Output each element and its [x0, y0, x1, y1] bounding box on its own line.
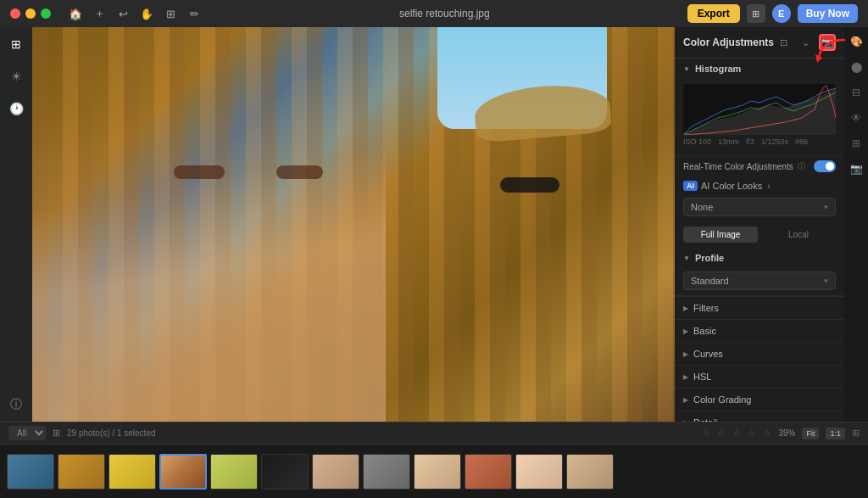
ai-chevron-icon: › — [767, 182, 770, 191]
titlebar-right: Export ⊞ E Buy Now — [687, 4, 858, 23]
toggle-knob — [826, 162, 834, 171]
side-dot-icon[interactable]: ⬤ — [847, 58, 865, 76]
sidebar-info-icon[interactable]: ⓘ — [6, 394, 26, 415]
fit-button[interactable]: Fit — [802, 428, 819, 439]
thumb-7[interactable] — [363, 454, 410, 490]
thumb-0[interactable] — [7, 454, 54, 490]
curves-label: Curves — [693, 349, 723, 359]
sidebar-photos-icon[interactable]: ⊞ — [6, 34, 26, 54]
thumb-10[interactable] — [515, 454, 563, 490]
color-grading-arrow-icon: ▶ — [683, 396, 688, 404]
histogram-section: ▼ Histogram — [675, 59, 844, 156]
histogram-chart — [683, 84, 836, 135]
tab-local[interactable]: Local — [761, 227, 836, 243]
close-button[interactable] — [10, 8, 20, 19]
profile-select[interactable]: Standard ▾ — [683, 271, 836, 290]
all-select[interactable]: All — [8, 426, 46, 440]
profile-section: ▼ Profile Standard ▾ — [675, 248, 844, 296]
grid-icon[interactable]: ⊞ — [852, 428, 860, 439]
bottom-bar: All ⊞ 29 photo(s) / 1 selected ☆ ☆ ☆ ☆ ☆… — [0, 422, 868, 498]
filters-section[interactable]: ▶ Filters — [675, 296, 844, 319]
side-grid-icon[interactable]: ⊞ — [847, 134, 865, 153]
glasses-person2 — [500, 177, 559, 193]
exif-extra: #86 — [795, 137, 808, 146]
user-avatar[interactable]: E — [772, 4, 791, 23]
minimize-button[interactable] — [25, 8, 36, 19]
thumb-1[interactable] — [58, 454, 105, 490]
ai-badge: AI — [683, 181, 698, 191]
panel-icons-right: 🎨 ⬤ ⊟ 👁 ⊞ 📷 — [844, 27, 868, 422]
export-button[interactable]: Export — [687, 4, 740, 23]
main-photo — [32, 27, 675, 422]
color-grading-section[interactable]: ▶ Color Grading — [675, 388, 844, 411]
ai-select[interactable]: None ▾ — [683, 198, 836, 216]
titlebar: 🏠 ＋ ↩ ✋ ⊞ ✏ selfie retouching.jpg Export… — [0, 0, 868, 27]
buy-now-button[interactable]: Buy Now — [798, 4, 858, 23]
realtime-toggle[interactable] — [814, 160, 836, 172]
histogram-header[interactable]: ▼ Histogram — [675, 59, 844, 79]
panel-title: Color Adjustments — [683, 36, 774, 48]
crop-icon[interactable]: ⊞ — [163, 6, 178, 21]
realtime-label: Real-Time Color Adjustments — [683, 162, 793, 171]
panel-header-icons: ⊡ ⌄ 📷 — [775, 34, 836, 51]
bottom-toolbar-right: ☆ ☆ ☆ ☆ ☆ 39% Fit 1:1 ⊞ — [702, 428, 860, 439]
thumb-5[interactable] — [261, 454, 309, 490]
ai-color-looks-row[interactable]: AI AI Color Looks › — [675, 176, 844, 195]
glasses-right — [276, 165, 323, 179]
sidebar-history-icon[interactable]: 🕐 — [6, 98, 26, 119]
star-3[interactable]: ☆ — [732, 428, 741, 439]
color-grading-label: Color Grading — [693, 394, 751, 405]
panel-icon-down[interactable]: ⌄ — [797, 34, 814, 51]
main-layout: ⊞ ☀ 🕐 ⓘ Color Adjustments — [0, 27, 868, 422]
canvas-area — [32, 27, 675, 422]
chevron-down-icon: ▾ — [824, 203, 828, 211]
star-1[interactable]: ☆ — [702, 428, 710, 439]
exif-focal: 13mm — [718, 137, 739, 146]
thumb-4[interactable] — [210, 454, 258, 490]
add-icon[interactable]: ＋ — [92, 6, 107, 21]
sidebar-adjust-icon[interactable]: ☀ — [6, 66, 26, 87]
thumb-6[interactable] — [312, 454, 359, 490]
panel-icon-camera[interactable]: 📷 — [819, 34, 836, 51]
histogram-svg — [683, 84, 836, 135]
hsl-section[interactable]: ▶ HSL — [675, 365, 844, 388]
thumb-2[interactable] — [108, 454, 156, 490]
filmstrip — [0, 445, 868, 498]
panel-icon-copy[interactable]: ⊡ — [775, 34, 792, 51]
side-eye-icon[interactable]: 👁 — [847, 109, 865, 127]
profile-header[interactable]: ▼ Profile — [675, 248, 844, 268]
side-color-icon[interactable]: 🎨 — [847, 32, 865, 51]
side-camera-icon[interactable]: 📷 — [847, 159, 865, 178]
tab-full-image[interactable]: Full Image — [683, 227, 758, 243]
star-2[interactable]: ☆ — [717, 428, 726, 439]
glasses-left — [174, 165, 225, 179]
brush-icon[interactable]: ✏ — [186, 6, 202, 21]
hsl-label: HSL — [693, 372, 711, 382]
info-icon[interactable]: ⓘ — [798, 161, 805, 172]
curves-section[interactable]: ▶ Curves — [675, 342, 844, 365]
bottom-info: All ⊞ 29 photo(s) / 1 selected — [8, 426, 156, 440]
hand-icon[interactable]: ✋ — [139, 6, 154, 21]
star-5[interactable]: ☆ — [763, 428, 771, 439]
right-area: Color Adjustments ⊡ ⌄ 📷 ▼ Histogram — [675, 27, 868, 422]
basic-label: Basic — [693, 326, 716, 336]
undo-icon[interactable]: ↩ — [115, 6, 131, 21]
thumb-11[interactable] — [566, 454, 614, 490]
right-panel: Color Adjustments ⊡ ⌄ 📷 ▼ Histogram — [675, 27, 844, 422]
detail-section[interactable]: ▶ Detail — [675, 411, 844, 422]
basic-arrow-icon: ▶ — [683, 327, 688, 335]
maximize-button[interactable] — [41, 8, 51, 19]
file-title: selfie retouching.jpg — [399, 8, 490, 20]
thumb-8[interactable] — [414, 454, 461, 490]
panel-icon[interactable]: ⊞ — [747, 4, 765, 23]
ratio-button[interactable]: 1:1 — [826, 428, 845, 439]
image-tabs: Full Image Local — [675, 221, 844, 248]
side-layers-icon[interactable]: ⊟ — [847, 83, 865, 102]
star-4[interactable]: ☆ — [748, 428, 756, 439]
thumb-9[interactable] — [465, 454, 512, 490]
home-icon[interactable]: 🏠 — [68, 6, 83, 21]
thumb-3[interactable] — [159, 454, 207, 490]
hsl-arrow-icon: ▶ — [683, 373, 688, 381]
histogram-content: ISO 100 13mm f/3 1/1250s #86 — [675, 79, 844, 155]
basic-section[interactable]: ▶ Basic — [675, 319, 844, 342]
